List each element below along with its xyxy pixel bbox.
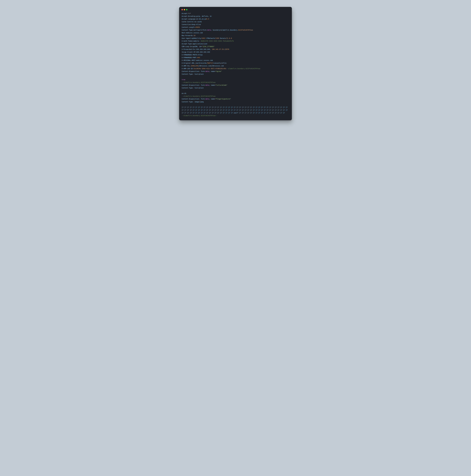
colon: : [195,18,196,20]
slash: / [203,43,204,45]
header-key: Content-Length [182,26,195,28]
header-value: mobisvc.xxxxxx.com [186,32,203,34]
part-value: ; name [209,98,215,100]
part-value: text [195,87,198,89]
header-key: Accept-Type [182,43,192,45]
header-key: X-ARR-SSL [182,65,190,67]
colon: : [195,49,196,50]
colon: : [197,54,198,56]
header-value: form [203,29,206,31]
part-key: Content-Type [182,87,193,89]
header-key: Host [182,32,185,34]
colon: : [193,101,194,103]
header-key: X-FORWARDED-PROTO [182,54,197,56]
string: "1539_2776683" [202,46,215,48]
slash: / [215,37,216,39]
header-key: Accept-Language [182,18,195,20]
boundary: --alamofire.boundary.6215fa914376feaa [182,82,216,83]
header-value: Darwin [219,37,226,39]
header-key: CDN-Loop [182,46,189,48]
part-value: form [200,84,205,86]
header-value: XXX.XXX.XXX.XXX [196,51,210,53]
header-value: multipart [194,29,202,31]
pipe: | [195,65,195,67]
part-value: ; name [209,84,215,86]
number: 586717 [207,62,213,64]
slash: / [199,101,200,103]
maximize-icon[interactable] [186,9,187,10]
colon: : [195,15,196,17]
part-key: Content-Disposition [182,84,199,86]
number: 1399 [216,37,219,39]
slash: / [198,73,199,75]
header-value: CFNetwork [205,37,215,39]
colon: : [199,70,200,72]
header-value: 5acd634e-269d-412c-96f2-87d8b202c09c [194,68,226,69]
keyword: data [205,84,209,86]
part-key: Content-Type [182,101,193,103]
header-value: mobisvc.xxxxxx.com [196,60,213,61]
header-value: Keep-Alive [192,24,201,25]
pipe: | [211,65,212,67]
code-block: Accept:*/* Accept-Encoding:gzip, deflate… [179,11,292,120]
part-value: plain [199,87,204,89]
slash: / [202,29,203,31]
header-value: efile [222,62,226,64]
string: "FingerSignature" [216,98,231,100]
part-value: image [195,101,199,103]
part-value: form [200,98,205,100]
header-value: IncapCDN; id [190,46,201,48]
header-key: Incap-Client-IP [182,51,195,53]
header-value: en-US,en;q [196,18,205,20]
header-value: 45052 [195,26,200,28]
header-key: Accept [182,13,187,14]
eq: = [220,29,221,31]
colon: : [199,84,200,86]
part-key: Content-Type [182,73,193,75]
header-key: Cache-Control [182,21,194,23]
header-value: xxxxxx.com [215,65,224,67]
header-key: X-Original-URL [182,62,195,64]
number: 0.9 [206,18,209,20]
header-key: X-Forwarded-For [182,49,195,50]
slash: / [201,37,202,39]
colon: : [195,60,196,61]
header-key: Content-Type [182,29,193,31]
header-value: mobile [194,40,199,42]
header-value: application [193,43,203,45]
header-value: no-cache [195,21,202,23]
part-key: Content-Disposition [182,98,199,100]
eq: = [201,65,202,67]
header-value: json [204,43,207,45]
terminal-window: Accept:*/* Accept-Encoding:gzip, deflate… [179,7,292,120]
close-icon[interactable] [181,9,183,10]
header-value: CN [212,65,214,67]
colon: : [194,21,195,23]
string: "Agree" [216,70,222,72]
window-titlebar [179,7,292,11]
header-key: Connection [182,24,191,25]
header-value: workrecords [196,62,206,64]
keyword: data [207,29,211,31]
number: 1022 [202,37,205,39]
colon: : [195,26,195,28]
colon: : [187,13,188,14]
header-value: gzip, deflate, br [196,15,212,17]
colon: : [195,62,195,64]
header-key: X-ORIGINAL-HOST [182,60,195,61]
number: 6215fa914376feaa [238,29,253,31]
minimize-icon[interactable] [184,9,185,10]
slash: / [198,87,199,89]
colon: : [224,49,225,50]
part-value: form [200,70,205,72]
slash: / [195,62,196,64]
value: true [182,79,185,81]
part-value: text [195,73,198,75]
header-value: ; boundary [211,29,220,31]
eq: = [215,84,216,86]
header-value: CN [199,65,201,67]
header-key: X-ARR-LOG-ID [182,68,193,69]
colon: : [199,98,200,100]
colon: : [193,87,194,89]
slash: / [225,37,226,39]
